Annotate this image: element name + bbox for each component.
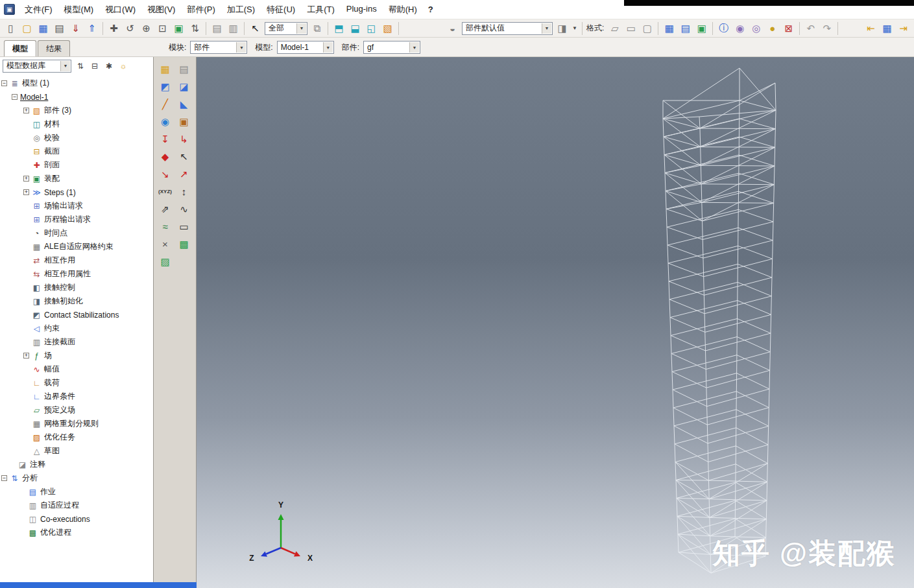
partition-face-icon[interactable]: ◪ — [174, 78, 193, 95]
expand-icon[interactable]: + — [23, 189, 29, 195]
tree-item[interactable]: ◁约束 — [0, 322, 153, 335]
tree-item[interactable]: ◨接触初始化 — [0, 294, 153, 308]
tree-item[interactable]: ◩Contact Stabilizations — [0, 308, 153, 322]
mesh-verify-icon[interactable]: ▣ — [694, 21, 709, 36]
chevron-down-icon[interactable]: ▼ — [409, 42, 419, 53]
green-mesh-icon[interactable]: ▩ — [174, 235, 193, 253]
geometry-edit-icon[interactable]: ▣ — [174, 113, 193, 130]
chevron-down-icon[interactable]: ▼ — [296, 23, 306, 34]
viewport-tile-icon[interactable]: ⬓ — [348, 21, 363, 36]
tab-results[interactable]: 结果 — [38, 40, 70, 56]
part-box-icon[interactable]: ▧ — [380, 21, 395, 36]
tree-item[interactable]: ⊞场输出请求 — [0, 199, 153, 213]
tree-item[interactable]: ◫材料 — [0, 117, 153, 131]
menu-item-2[interactable]: 视口(W) — [99, 1, 141, 18]
tree-item[interactable]: ∟载荷 — [0, 376, 153, 390]
undo-icon[interactable]: ↶ — [803, 21, 818, 36]
render-shaded-icon[interactable]: ◒ — [445, 21, 460, 36]
chevron-down-icon[interactable]: ▼ — [60, 61, 70, 71]
axis-vertical-icon[interactable]: ↕ — [174, 183, 193, 200]
tree-item[interactable]: ▱预定义场 — [0, 403, 153, 417]
model-combo[interactable]: Model-1 ▼ — [277, 41, 334, 54]
edit-box-icon[interactable]: ▭ — [174, 218, 193, 235]
cancel-probe-icon[interactable]: ⊠ — [781, 21, 796, 36]
mesh-grid-icon[interactable]: ▤ — [678, 21, 693, 36]
import-icon[interactable]: ⇑ — [84, 21, 99, 36]
xyz-datum-icon[interactable]: (XYZ) — [156, 183, 174, 200]
view-options-icon[interactable]: ▤ — [210, 21, 224, 36]
collapse-icon[interactable]: − — [1, 475, 7, 481]
magnify-icon[interactable]: ⊕ — [139, 21, 154, 36]
arrow-up-right-icon[interactable]: ↗ — [174, 165, 193, 183]
view-manager-icon[interactable]: ▥ — [226, 21, 241, 36]
datum-grid-icon[interactable]: ▦ — [156, 60, 174, 78]
viewport-create-icon[interactable]: ⬒ — [331, 21, 346, 36]
create-corner-icon[interactable]: ◣ — [174, 95, 193, 113]
zoom-box-icon[interactable]: ⊡ — [155, 21, 170, 36]
tree-item[interactable]: −≣模型 (1) — [0, 76, 153, 90]
selection-filter-combo[interactable]: 全部▼ — [265, 22, 307, 35]
tree-item[interactable]: ⇆相互作用属性 — [0, 267, 153, 281]
menu-item-6[interactable]: 特征(U) — [261, 1, 301, 18]
stamp-corner-icon[interactable]: ↳ — [174, 130, 193, 148]
probe-values-icon[interactable]: ◎ — [749, 21, 764, 36]
tree-item[interactable]: ✚剖面 — [0, 158, 153, 172]
tree-item[interactable]: ◔时间点 — [0, 226, 153, 240]
collapse-icon[interactable]: − — [1, 80, 7, 86]
save-icon[interactable]: ▦ — [36, 21, 51, 36]
render-style-icon[interactable]: ◨ — [555, 21, 570, 36]
menu-item-1[interactable]: 模型(M) — [58, 1, 100, 18]
tree-item[interactable]: ◪注释 — [0, 458, 153, 471]
format-shaded-icon[interactable]: ▢ — [640, 21, 655, 36]
export-icon[interactable]: ⇓ — [68, 21, 83, 36]
query-icon[interactable]: ◉ — [732, 21, 747, 36]
select-entity-icon[interactable]: ↖ — [174, 148, 193, 165]
tab-model[interactable]: 模型 — [4, 40, 36, 56]
cycle-views-icon[interactable]: ⇅ — [187, 21, 202, 36]
format-wireframe-icon[interactable]: ▱ — [607, 21, 622, 36]
job-monitor-icon[interactable]: ▦ — [880, 21, 895, 36]
edit-wave-icon[interactable]: ∿ — [174, 200, 193, 218]
viewport-annotation-icon[interactable]: ◱ — [364, 21, 379, 36]
chevron-down-icon[interactable]: ▼ — [323, 42, 333, 53]
menu-item-5[interactable]: 加工(S) — [221, 1, 261, 18]
tips-button[interactable]: ☼ — [117, 60, 130, 73]
tree-item[interactable]: ▦网格重划分规则 — [0, 417, 153, 430]
tree-item[interactable]: ◫Co-executions — [0, 512, 153, 526]
mesh-table-icon[interactable]: ▦ — [662, 21, 677, 36]
render-style-dropdown-icon[interactable]: ▼ — [571, 21, 579, 36]
module-combo[interactable]: 部件 ▼ — [190, 41, 247, 54]
tree-item[interactable]: ⊞历程输出请求 — [0, 213, 153, 226]
menu-item-0[interactable]: 文件(F) — [19, 1, 58, 18]
select-cursor-icon[interactable]: ↖ — [248, 21, 263, 36]
red-marker-icon[interactable]: ◆ — [156, 148, 174, 165]
expand-icon[interactable]: + — [23, 353, 29, 359]
tree-spinner-button[interactable]: ⇅ — [74, 60, 87, 73]
pan-icon[interactable]: ✚ — [106, 21, 121, 36]
redo-icon[interactable]: ↷ — [819, 21, 834, 36]
tree-item[interactable]: ▥自适应过程 — [0, 499, 153, 512]
tree-item[interactable]: ▩优化进程 — [0, 526, 153, 539]
create-line-icon[interactable]: ╱ — [156, 95, 174, 113]
measure-icon[interactable]: ● — [765, 21, 780, 36]
menu-item-8[interactable]: Plug-ins — [341, 1, 383, 18]
tree-item[interactable]: △草图 — [0, 444, 153, 458]
tree-item[interactable]: +▣装配 — [0, 172, 153, 185]
tree-item[interactable]: ◎校验 — [0, 131, 153, 145]
tree-item[interactable]: −Model-1 — [0, 90, 153, 104]
filter-button[interactable]: ✱ — [102, 60, 115, 73]
menu-item-4[interactable]: 部件(P) — [181, 1, 221, 18]
new-file-icon[interactable]: ▯ — [3, 21, 18, 36]
job-last-icon[interactable]: ⇥ — [896, 21, 911, 36]
menu-item-9[interactable]: 帮助(H) — [383, 1, 423, 18]
info-icon[interactable]: ⓘ — [716, 21, 731, 36]
open-file-icon[interactable]: ▢ — [19, 21, 34, 36]
tree-item[interactable]: ▥连接截面 — [0, 335, 153, 349]
expand-icon[interactable]: + — [23, 176, 29, 182]
context-help-icon[interactable]: ? — [423, 2, 439, 17]
expand-icon[interactable]: + — [23, 108, 29, 113]
repair-tools-icon[interactable]: × — [156, 235, 174, 253]
tree-item[interactable]: ∿幅值 — [0, 362, 153, 376]
partition-edge-icon[interactable]: ◩ — [156, 78, 174, 95]
create-round-icon[interactable]: ◉ — [156, 113, 174, 130]
